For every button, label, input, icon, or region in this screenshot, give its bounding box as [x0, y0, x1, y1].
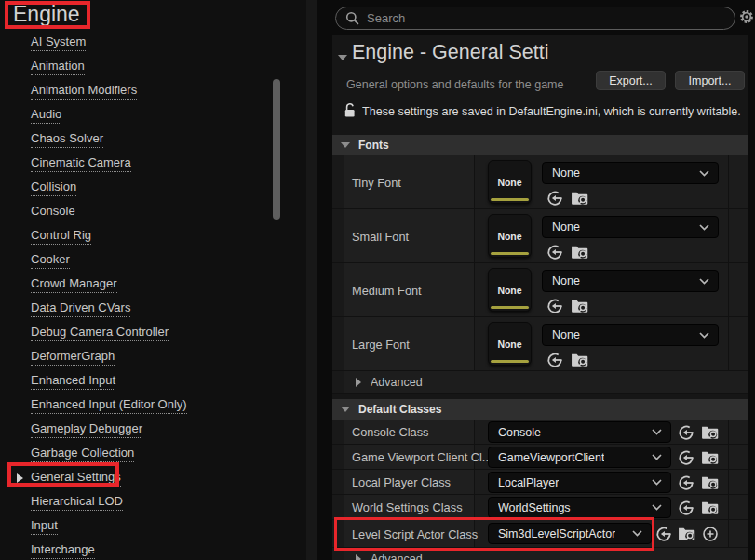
browse-to-asset-icon[interactable]	[678, 527, 695, 541]
settings-gear-icon[interactable]	[739, 9, 754, 28]
row-label: Medium Font	[352, 283, 422, 297]
asset-dropdown[interactable]: None	[542, 216, 719, 238]
chevron-down-icon	[699, 332, 709, 339]
asset-thumbnail[interactable]: None	[488, 214, 532, 258]
chevron-down-icon	[699, 278, 709, 285]
asset-dropdown[interactable]: None	[542, 162, 719, 184]
add-class-icon[interactable]	[702, 526, 719, 542]
sidebar-item-chaos-solver[interactable]: Chaos Solver	[0, 127, 306, 152]
asset-dropdown[interactable]: None	[542, 324, 719, 346]
section-expand-icon[interactable]	[338, 55, 347, 60]
row-label: World Settings Class	[352, 500, 463, 514]
sidebar-item-crowd-manager[interactable]: Crowd Manager	[0, 273, 306, 297]
sidebar-item-cinematic-camera[interactable]: Cinematic Camera	[0, 152, 306, 176]
asset-type-color-bar	[491, 306, 529, 309]
class-dropdown[interactable]: LocalPlayer	[488, 472, 671, 493]
chevron-down-icon	[699, 224, 709, 231]
asset-thumbnail[interactable]: None	[488, 268, 532, 312]
use-selected-asset-icon[interactable]	[678, 424, 694, 441]
browse-to-asset-icon[interactable]	[701, 475, 719, 490]
unlocked-padlock-icon	[343, 102, 357, 122]
triangle-down-icon	[341, 142, 350, 148]
sidebar-item-control-rig[interactable]: Control Rig	[0, 224, 306, 248]
setting-row-console-class: Console Class Console	[332, 420, 748, 445]
page-title: Engine - General Setti	[352, 41, 583, 64]
sidebar-item-debug-camera-controller[interactable]: Debug Camera Controller	[0, 321, 306, 345]
browse-to-asset-icon[interactable]	[571, 353, 588, 367]
import-button[interactable]: Import...	[675, 71, 745, 90]
asset-type-color-bar	[491, 252, 529, 255]
row-label: Small Font	[352, 229, 409, 243]
row-label: Console Class	[352, 425, 429, 439]
sidebar-category-list: AI System Animation Animation Modifiers …	[0, 31, 306, 560]
sidebar-item-enhanced-input[interactable]: Enhanced Input	[0, 369, 306, 393]
setting-row-large-font: Large Font None None	[332, 317, 748, 371]
chevron-down-icon	[652, 454, 662, 460]
row-label: Level Script Actor Class	[352, 527, 478, 540]
chevron-down-icon	[652, 504, 662, 511]
pane-splitter[interactable]	[306, 0, 317, 560]
browse-to-asset-icon[interactable]	[571, 191, 588, 206]
use-selected-asset-icon[interactable]	[546, 190, 563, 207]
class-dropdown[interactable]: Sim3dLevelScriptActor	[488, 523, 652, 544]
browse-to-asset-icon[interactable]	[701, 425, 719, 440]
sidebar-item-gameplay-debugger[interactable]: Gameplay Debugger	[0, 418, 306, 442]
browse-to-asset-icon[interactable]	[571, 245, 588, 260]
sidebar-item-audio[interactable]: Audio	[0, 103, 306, 127]
sidebar-item-enhanced-input-editor-only[interactable]: Enhanced Input (Editor Only)	[0, 393, 306, 418]
sidebar-item-hierarchical-lod[interactable]: Hierarchical LOD	[0, 490, 306, 514]
sidebar-item-input[interactable]: Input	[0, 514, 306, 539]
class-dropdown[interactable]: WorldSettings	[488, 497, 671, 518]
use-selected-asset-icon[interactable]	[655, 526, 672, 542]
use-selected-asset-icon[interactable]	[678, 474, 694, 491]
sidebar-item-console[interactable]: Console	[0, 200, 306, 224]
sidebar-item-deformergraph[interactable]: DeformerGraph	[0, 345, 306, 369]
section-header-fonts[interactable]: Fonts	[332, 135, 748, 155]
use-selected-asset-icon[interactable]	[678, 449, 694, 466]
sidebar-item-animation[interactable]: Animation	[0, 55, 306, 79]
export-button[interactable]: Export...	[596, 71, 666, 90]
setting-row-local-player-class: Local Player Class LocalPlayer	[332, 470, 748, 495]
browse-to-asset-icon[interactable]	[571, 299, 588, 313]
ini-save-notice: These settings are saved in DefaultEngin…	[362, 105, 746, 118]
asset-thumbnail[interactable]: None	[488, 160, 532, 204]
use-selected-asset-icon[interactable]	[546, 352, 563, 368]
sidebar-item-interchange[interactable]: Interchange	[0, 539, 306, 560]
sidebar-item-cooker[interactable]: Cooker	[0, 248, 306, 273]
use-selected-asset-icon[interactable]	[546, 298, 563, 314]
section-header-default-classes[interactable]: Default Classes	[332, 399, 748, 420]
asset-type-color-bar	[491, 198, 529, 201]
class-dropdown[interactable]: Console	[488, 421, 671, 443]
row-label: Local Player Class	[352, 475, 451, 489]
sidebar-scrollbar-thumb[interactable]	[273, 79, 280, 220]
triangle-right-icon	[356, 554, 361, 560]
triangle-down-icon	[341, 407, 350, 412]
asset-thumbnail[interactable]: None	[488, 322, 532, 366]
sidebar-item-ai-system[interactable]: AI System	[0, 31, 306, 55]
settings-detail-pane: Engine - General Setti General options a…	[317, 0, 755, 560]
engine-general-settings-panel: Engine - General Setti General options a…	[332, 35, 748, 560]
browse-to-asset-icon[interactable]	[701, 450, 719, 465]
browse-to-asset-icon[interactable]	[701, 500, 719, 515]
sidebar-section-title: Engine	[13, 2, 80, 27]
default-classes-advanced-expander[interactable]: Advanced	[332, 548, 748, 560]
sidebar-item-general-settings[interactable]: General Settings	[0, 466, 306, 490]
search-box[interactable]	[335, 7, 735, 30]
sidebar-item-animation-modifiers[interactable]: Animation Modifiers	[0, 79, 306, 103]
setting-row-small-font: Small Font None None	[332, 209, 748, 263]
search-input[interactable]	[367, 11, 725, 25]
asset-dropdown[interactable]: None	[542, 270, 719, 292]
sidebar-item-garbage-collection[interactable]: Garbage Collection	[0, 442, 306, 466]
use-selected-asset-icon[interactable]	[678, 500, 694, 516]
sidebar-item-collision[interactable]: Collision	[0, 176, 306, 200]
sidebar-item-data-driven-cvars[interactable]: Data Driven CVars	[0, 297, 306, 321]
selected-item-arrow-icon	[17, 473, 23, 483]
chevron-down-icon	[632, 530, 642, 537]
fonts-advanced-expander[interactable]: Advanced	[332, 371, 748, 394]
triangle-right-icon	[356, 378, 361, 387]
use-selected-asset-icon[interactable]	[546, 244, 563, 260]
chevron-down-icon	[652, 429, 662, 435]
class-dropdown[interactable]: GameViewportClient	[488, 447, 671, 468]
row-label: Tiny Font	[352, 175, 401, 189]
chevron-down-icon	[699, 170, 709, 177]
